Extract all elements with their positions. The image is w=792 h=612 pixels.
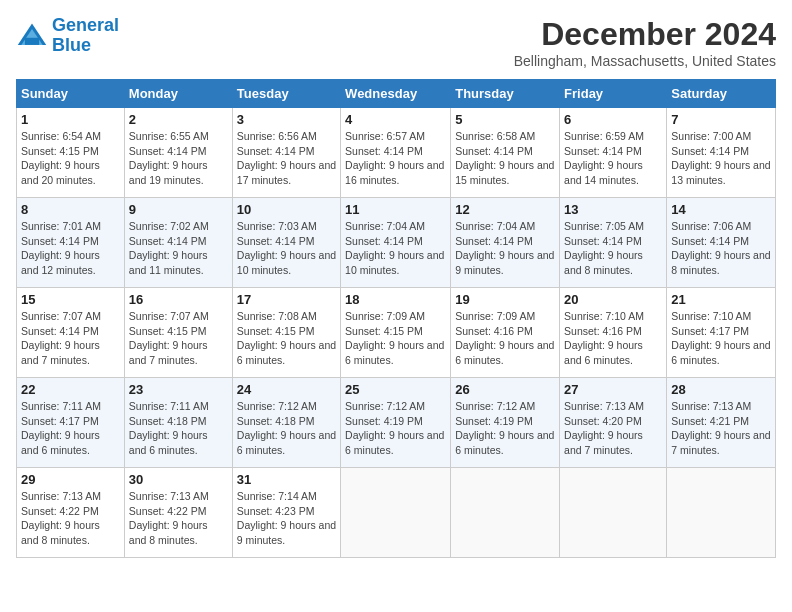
calendar-cell: 14Sunrise: 7:06 AMSunset: 4:14 PMDayligh… [667, 198, 776, 288]
day-number: 20 [564, 292, 662, 307]
calendar-cell: 6Sunrise: 6:59 AMSunset: 4:14 PMDaylight… [560, 108, 667, 198]
day-number: 22 [21, 382, 120, 397]
calendar-week-5: 29Sunrise: 7:13 AMSunset: 4:22 PMDayligh… [17, 468, 776, 558]
calendar-table: SundayMondayTuesdayWednesdayThursdayFrid… [16, 79, 776, 558]
day-number: 13 [564, 202, 662, 217]
day-number: 9 [129, 202, 228, 217]
day-detail: Sunrise: 7:06 AMSunset: 4:14 PMDaylight:… [671, 219, 771, 278]
calendar-cell: 18Sunrise: 7:09 AMSunset: 4:15 PMDayligh… [341, 288, 451, 378]
calendar-week-1: 1Sunrise: 6:54 AMSunset: 4:15 PMDaylight… [17, 108, 776, 198]
calendar-cell: 27Sunrise: 7:13 AMSunset: 4:20 PMDayligh… [560, 378, 667, 468]
day-detail: Sunrise: 6:56 AMSunset: 4:14 PMDaylight:… [237, 129, 336, 188]
day-number: 26 [455, 382, 555, 397]
day-number: 30 [129, 472, 228, 487]
title-area: December 2024 Bellingham, Massachusetts,… [514, 16, 776, 69]
day-detail: Sunrise: 7:04 AMSunset: 4:14 PMDaylight:… [345, 219, 446, 278]
calendar-cell: 9Sunrise: 7:02 AMSunset: 4:14 PMDaylight… [124, 198, 232, 288]
calendar-cell: 15Sunrise: 7:07 AMSunset: 4:14 PMDayligh… [17, 288, 125, 378]
day-number: 18 [345, 292, 446, 307]
calendar-cell: 1Sunrise: 6:54 AMSunset: 4:15 PMDaylight… [17, 108, 125, 198]
day-detail: Sunrise: 7:12 AMSunset: 4:19 PMDaylight:… [345, 399, 446, 458]
day-detail: Sunrise: 7:09 AMSunset: 4:15 PMDaylight:… [345, 309, 446, 368]
calendar-cell: 3Sunrise: 6:56 AMSunset: 4:14 PMDaylight… [232, 108, 340, 198]
day-number: 27 [564, 382, 662, 397]
calendar-week-3: 15Sunrise: 7:07 AMSunset: 4:14 PMDayligh… [17, 288, 776, 378]
day-detail: Sunrise: 6:58 AMSunset: 4:14 PMDaylight:… [455, 129, 555, 188]
month-title: December 2024 [514, 16, 776, 53]
header-friday: Friday [560, 80, 667, 108]
day-number: 11 [345, 202, 446, 217]
day-detail: Sunrise: 7:11 AMSunset: 4:17 PMDaylight:… [21, 399, 120, 458]
day-number: 28 [671, 382, 771, 397]
day-detail: Sunrise: 7:04 AMSunset: 4:14 PMDaylight:… [455, 219, 555, 278]
day-detail: Sunrise: 6:57 AMSunset: 4:14 PMDaylight:… [345, 129, 446, 188]
day-detail: Sunrise: 7:02 AMSunset: 4:14 PMDaylight:… [129, 219, 228, 278]
calendar-cell: 23Sunrise: 7:11 AMSunset: 4:18 PMDayligh… [124, 378, 232, 468]
day-detail: Sunrise: 7:11 AMSunset: 4:18 PMDaylight:… [129, 399, 228, 458]
day-number: 5 [455, 112, 555, 127]
location-title: Bellingham, Massachusetts, United States [514, 53, 776, 69]
calendar-cell: 29Sunrise: 7:13 AMSunset: 4:22 PMDayligh… [17, 468, 125, 558]
day-number: 8 [21, 202, 120, 217]
day-number: 3 [237, 112, 336, 127]
day-number: 29 [21, 472, 120, 487]
header-monday: Monday [124, 80, 232, 108]
day-number: 16 [129, 292, 228, 307]
calendar-cell: 30Sunrise: 7:13 AMSunset: 4:22 PMDayligh… [124, 468, 232, 558]
calendar-cell: 20Sunrise: 7:10 AMSunset: 4:16 PMDayligh… [560, 288, 667, 378]
calendar-cell: 4Sunrise: 6:57 AMSunset: 4:14 PMDaylight… [341, 108, 451, 198]
day-number: 31 [237, 472, 336, 487]
header-thursday: Thursday [451, 80, 560, 108]
day-number: 10 [237, 202, 336, 217]
day-number: 25 [345, 382, 446, 397]
calendar-cell: 16Sunrise: 7:07 AMSunset: 4:15 PMDayligh… [124, 288, 232, 378]
day-number: 17 [237, 292, 336, 307]
calendar-cell: 17Sunrise: 7:08 AMSunset: 4:15 PMDayligh… [232, 288, 340, 378]
header-tuesday: Tuesday [232, 80, 340, 108]
calendar-header-row: SundayMondayTuesdayWednesdayThursdayFrid… [17, 80, 776, 108]
calendar-cell: 10Sunrise: 7:03 AMSunset: 4:14 PMDayligh… [232, 198, 340, 288]
day-detail: Sunrise: 7:08 AMSunset: 4:15 PMDaylight:… [237, 309, 336, 368]
calendar-cell: 12Sunrise: 7:04 AMSunset: 4:14 PMDayligh… [451, 198, 560, 288]
day-number: 6 [564, 112, 662, 127]
day-number: 2 [129, 112, 228, 127]
day-detail: Sunrise: 6:54 AMSunset: 4:15 PMDaylight:… [21, 129, 120, 188]
calendar-cell: 21Sunrise: 7:10 AMSunset: 4:17 PMDayligh… [667, 288, 776, 378]
day-number: 14 [671, 202, 771, 217]
day-detail: Sunrise: 7:13 AMSunset: 4:20 PMDaylight:… [564, 399, 662, 458]
logo-text: General Blue [52, 16, 119, 56]
header-saturday: Saturday [667, 80, 776, 108]
day-number: 1 [21, 112, 120, 127]
day-detail: Sunrise: 6:55 AMSunset: 4:14 PMDaylight:… [129, 129, 228, 188]
calendar-cell: 2Sunrise: 6:55 AMSunset: 4:14 PMDaylight… [124, 108, 232, 198]
day-detail: Sunrise: 7:14 AMSunset: 4:23 PMDaylight:… [237, 489, 336, 548]
calendar-cell: 25Sunrise: 7:12 AMSunset: 4:19 PMDayligh… [341, 378, 451, 468]
day-number: 19 [455, 292, 555, 307]
calendar-cell [451, 468, 560, 558]
day-detail: Sunrise: 7:13 AMSunset: 4:22 PMDaylight:… [129, 489, 228, 548]
calendar-body: 1Sunrise: 6:54 AMSunset: 4:15 PMDaylight… [17, 108, 776, 558]
day-detail: Sunrise: 7:10 AMSunset: 4:17 PMDaylight:… [671, 309, 771, 368]
calendar-cell: 22Sunrise: 7:11 AMSunset: 4:17 PMDayligh… [17, 378, 125, 468]
day-detail: Sunrise: 6:59 AMSunset: 4:14 PMDaylight:… [564, 129, 662, 188]
svg-rect-2 [25, 38, 39, 45]
calendar-week-4: 22Sunrise: 7:11 AMSunset: 4:17 PMDayligh… [17, 378, 776, 468]
calendar-cell: 8Sunrise: 7:01 AMSunset: 4:14 PMDaylight… [17, 198, 125, 288]
day-detail: Sunrise: 7:09 AMSunset: 4:16 PMDaylight:… [455, 309, 555, 368]
logo: General Blue [16, 16, 119, 56]
calendar-cell: 28Sunrise: 7:13 AMSunset: 4:21 PMDayligh… [667, 378, 776, 468]
day-number: 15 [21, 292, 120, 307]
calendar-cell: 31Sunrise: 7:14 AMSunset: 4:23 PMDayligh… [232, 468, 340, 558]
calendar-cell: 19Sunrise: 7:09 AMSunset: 4:16 PMDayligh… [451, 288, 560, 378]
header-sunday: Sunday [17, 80, 125, 108]
day-detail: Sunrise: 7:13 AMSunset: 4:22 PMDaylight:… [21, 489, 120, 548]
day-number: 12 [455, 202, 555, 217]
day-detail: Sunrise: 7:07 AMSunset: 4:15 PMDaylight:… [129, 309, 228, 368]
calendar-cell [667, 468, 776, 558]
day-detail: Sunrise: 7:00 AMSunset: 4:14 PMDaylight:… [671, 129, 771, 188]
day-number: 4 [345, 112, 446, 127]
calendar-cell: 7Sunrise: 7:00 AMSunset: 4:14 PMDaylight… [667, 108, 776, 198]
calendar-cell: 5Sunrise: 6:58 AMSunset: 4:14 PMDaylight… [451, 108, 560, 198]
calendar-cell: 13Sunrise: 7:05 AMSunset: 4:14 PMDayligh… [560, 198, 667, 288]
day-number: 7 [671, 112, 771, 127]
